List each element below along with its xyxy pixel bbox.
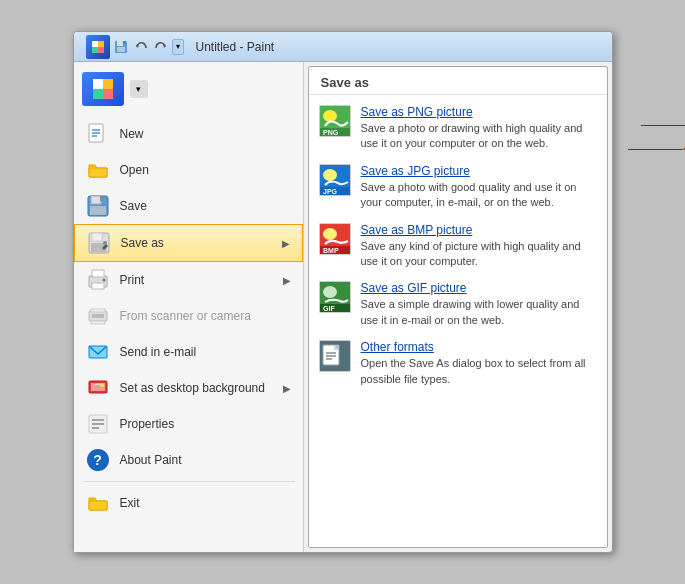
quick-access-toolbar: ▾ bbox=[82, 35, 188, 59]
other-desc: Open the Save As dialog box to select fr… bbox=[361, 356, 597, 387]
other-content: Other formats Open the Save As dialog bo… bbox=[361, 340, 597, 387]
jpg-content: Save as JPG picture Save a photo with go… bbox=[361, 164, 597, 211]
title-bar: ▾ Untitled - Paint bbox=[74, 32, 612, 62]
page-wrapper: ▾ Untitled - Paint bbox=[73, 31, 613, 553]
menu-item-print[interactable]: Print ▶ bbox=[74, 262, 303, 298]
paint-window: ▾ Untitled - Paint bbox=[73, 31, 613, 553]
submenu-item-gif[interactable]: GIF Save as GIF picture Save a simple dr… bbox=[309, 275, 607, 334]
print-icon-svg bbox=[87, 269, 109, 291]
svg-point-26 bbox=[103, 241, 107, 245]
png-title: Save as PNG picture bbox=[361, 105, 597, 119]
bmp-desc: Save any kind of picture with high quali… bbox=[361, 239, 597, 270]
save-icon bbox=[86, 194, 110, 218]
exit-label: Exit bbox=[120, 496, 291, 510]
dropdown-triangle-icon: ▾ bbox=[136, 84, 141, 94]
menu-item-new[interactable]: New bbox=[74, 116, 303, 152]
open-icon-svg bbox=[87, 159, 109, 181]
submenu-item-bmp[interactable]: BMP Save as BMP picture Save any kind of… bbox=[309, 217, 607, 276]
bmp-icon-svg: BMP bbox=[320, 224, 350, 254]
file-menu-dropdown[interactable]: ▾ bbox=[130, 80, 148, 98]
menu-item-saveas[interactable]: Save as ▶ bbox=[74, 224, 303, 262]
other-icon-svg bbox=[320, 341, 350, 371]
png-icon: PNG bbox=[319, 105, 351, 137]
redo-button[interactable] bbox=[152, 38, 170, 56]
menu-item-desktop[interactable]: Set as desktop background ▶ bbox=[74, 370, 303, 406]
menu-item-properties[interactable]: Properties bbox=[74, 406, 303, 442]
svg-rect-3 bbox=[98, 47, 104, 53]
menu-item-email[interactable]: Send in e-mail bbox=[74, 334, 303, 370]
saveas-icon bbox=[87, 231, 111, 255]
desktop-arrow-icon: ▶ bbox=[283, 383, 291, 394]
save-quick-icon bbox=[114, 40, 128, 54]
svg-text:GIF: GIF bbox=[323, 305, 335, 312]
new-file-icon bbox=[86, 122, 110, 146]
svg-point-57 bbox=[323, 286, 337, 298]
svg-rect-29 bbox=[92, 283, 104, 289]
email-icon-svg bbox=[87, 341, 109, 363]
print-label: Print bbox=[120, 273, 273, 287]
menu-item-about[interactable]: ? About Paint bbox=[74, 442, 303, 478]
svg-point-49 bbox=[323, 169, 337, 181]
menu-item-save[interactable]: Save bbox=[74, 188, 303, 224]
about-label: About Paint bbox=[120, 453, 291, 467]
window-title: Untitled - Paint bbox=[196, 40, 275, 54]
gif-icon: GIF bbox=[319, 281, 351, 313]
svg-rect-21 bbox=[90, 206, 106, 215]
properties-label: Properties bbox=[120, 417, 291, 431]
exit-icon bbox=[86, 491, 110, 515]
submenu-title: Save as bbox=[309, 67, 607, 95]
svg-rect-11 bbox=[103, 79, 113, 89]
submenu-item-png[interactable]: PNG Save as PNG picture Save a photo or … bbox=[309, 99, 607, 158]
gif-icon-svg: GIF bbox=[320, 282, 350, 312]
email-label: Send in e-mail bbox=[120, 345, 291, 359]
redo-icon bbox=[154, 40, 168, 54]
save-quick-button[interactable] bbox=[112, 38, 130, 56]
paint-logo-icon bbox=[91, 40, 105, 54]
other-title: Other formats bbox=[361, 340, 597, 354]
paint-menu-top: ▾ bbox=[74, 66, 303, 112]
saveas-arrow-icon: ▶ bbox=[282, 238, 290, 249]
svg-rect-1 bbox=[98, 41, 104, 47]
jpg-icon-svg: JPG bbox=[320, 165, 350, 195]
menu-item-exit[interactable]: Exit bbox=[74, 485, 303, 521]
svg-rect-28 bbox=[92, 270, 104, 277]
svg-rect-33 bbox=[91, 309, 105, 312]
svg-rect-12 bbox=[93, 89, 103, 99]
print-arrow-icon: ▶ bbox=[283, 275, 291, 286]
scanner-icon-svg bbox=[87, 305, 109, 327]
svg-rect-5 bbox=[117, 41, 123, 46]
submenu-item-jpg[interactable]: JPG Save as JPG picture Save a photo wit… bbox=[309, 158, 607, 217]
new-label: New bbox=[120, 127, 291, 141]
svg-rect-2 bbox=[92, 47, 98, 53]
svg-rect-7 bbox=[123, 41, 125, 44]
paint-icon-button[interactable] bbox=[82, 72, 124, 106]
svg-rect-18 bbox=[89, 168, 107, 177]
menu-item-open[interactable]: Open bbox=[74, 152, 303, 188]
about-icon: ? bbox=[86, 448, 110, 472]
svg-point-45 bbox=[323, 110, 337, 122]
gif-content: Save as GIF picture Save a simple drawin… bbox=[361, 281, 597, 328]
png-icon-svg: PNG bbox=[320, 106, 350, 136]
svg-rect-22 bbox=[100, 196, 103, 201]
svg-point-38 bbox=[100, 383, 104, 387]
jpg-icon: JPG bbox=[319, 164, 351, 196]
jpg-title: Save as JPG picture bbox=[361, 164, 597, 178]
submenu-item-other[interactable]: Other formats Open the Save As dialog bo… bbox=[309, 334, 607, 393]
undo-icon bbox=[134, 40, 148, 54]
save-icon-svg bbox=[87, 195, 109, 217]
gif-desc: Save a simple drawing with lower quality… bbox=[361, 297, 597, 328]
quick-access-dropdown[interactable]: ▾ bbox=[172, 39, 184, 55]
jpg-desc: Save a photo with good quality and use i… bbox=[361, 180, 597, 211]
svg-rect-20 bbox=[91, 196, 101, 204]
scanner-label: From scanner or camera bbox=[120, 309, 291, 323]
svg-rect-24 bbox=[92, 233, 102, 241]
new-icon-svg bbox=[87, 123, 109, 145]
dropdown-arrow-icon: ▾ bbox=[176, 42, 180, 51]
print-icon bbox=[86, 268, 110, 292]
paint-menu-button[interactable] bbox=[86, 35, 110, 59]
undo-button[interactable] bbox=[132, 38, 150, 56]
bmp-title: Save as BMP picture bbox=[361, 223, 597, 237]
saveas-icon-svg bbox=[88, 232, 110, 254]
svg-rect-0 bbox=[92, 41, 98, 47]
menu-item-scanner: From scanner or camera bbox=[74, 298, 303, 334]
